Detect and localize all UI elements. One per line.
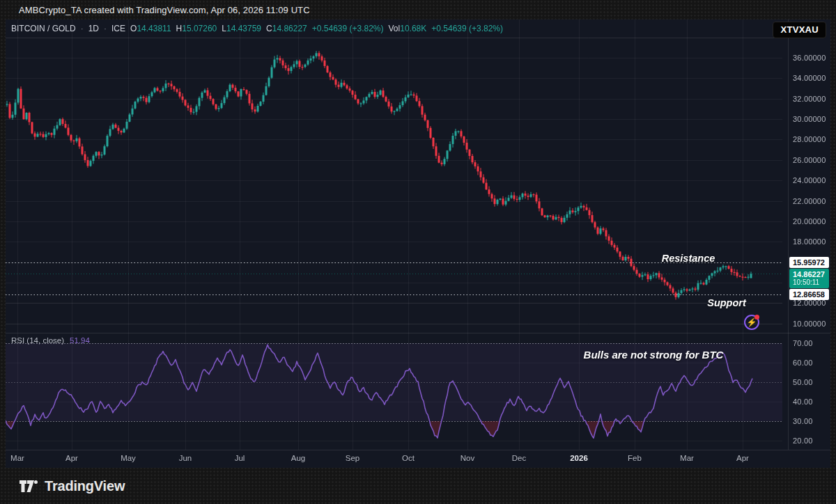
volume: Vol10.68K	[389, 24, 427, 33]
price-tick: 26.00000	[793, 156, 826, 164]
exchange-label: ICE	[111, 24, 125, 33]
price-tick: 22.00000	[793, 197, 826, 205]
tradingview-mark-icon	[20, 480, 38, 493]
tradingview-wordmark: TradingView	[45, 478, 125, 494]
bar-countdown: 10:50:11	[793, 278, 829, 287]
time-axis-label: Nov	[460, 454, 474, 462]
symbol-ticker-badge[interactable]: XTVXAU	[773, 22, 826, 38]
time-axis-label: Apr	[65, 454, 78, 462]
chart-panel: BITCOIN / GOLD · 1D · ICE O14.43811 H15.…	[6, 19, 830, 468]
rsi-value: 51.94	[70, 336, 90, 345]
time-axis-label: Mar	[10, 454, 24, 462]
rsi-tick: 50.00	[793, 378, 813, 386]
time-axis-label: Sep	[346, 454, 359, 462]
interval-label[interactable]: 1D	[88, 24, 99, 33]
tradingview-logo[interactable]: TradingView	[20, 478, 125, 494]
rsi-tick: 60.00	[793, 359, 813, 367]
rsi-title[interactable]: RSI (14, close)	[11, 336, 64, 345]
time-axis-label: Feb	[628, 454, 642, 462]
rsi-tick: 20.00	[793, 436, 813, 445]
rsi-indicator-legend: RSI (14, close) 51.94	[11, 336, 90, 345]
legend-separator: ·	[104, 24, 107, 33]
price-tick: 10.00000	[793, 320, 826, 328]
rsi-tick: 40.00	[793, 397, 813, 406]
price-tick: 34.00000	[793, 74, 826, 82]
price-tick: 20.00000	[793, 217, 826, 226]
chart-canvas[interactable]	[6, 19, 830, 468]
ohlc-low: L14.43759	[222, 24, 261, 33]
time-axis-label: May	[121, 454, 136, 462]
rsi-tick: 30.00	[793, 417, 813, 425]
price-tick: 36.00000	[793, 54, 826, 62]
time-axis-label: Mar	[680, 454, 694, 462]
symbol-legend: BITCOIN / GOLD · 1D · ICE O14.43811 H15.…	[11, 24, 503, 33]
rsi-tick: 70.00	[793, 339, 813, 347]
time-axis[interactable]: MarAprMayJunJulAugSepOctNovDec2026FebMar…	[6, 450, 830, 468]
time-axis-label: Apr	[736, 454, 749, 462]
resistance-annotation[interactable]: Resistance	[662, 253, 715, 264]
resistance-price-label: 15.95972	[789, 257, 829, 268]
current-price-value: 14.86227	[793, 270, 829, 278]
price-tick: 28.00000	[793, 135, 826, 143]
symbol-title[interactable]: BITCOIN / GOLD	[11, 24, 76, 33]
ohlc-high: H15.07260	[176, 24, 217, 33]
time-axis-label: Dec	[512, 454, 526, 462]
time-axis-label: Aug	[291, 454, 305, 462]
footer-bar: TradingView	[0, 468, 836, 504]
support-price-label: 12.86658	[789, 289, 829, 300]
legend-separator: ·	[81, 24, 84, 33]
current-price-label: 14.86227 10:50:11	[789, 269, 829, 288]
rsi-note-annotation[interactable]: Bulls are not strong for BTC	[584, 349, 724, 361]
time-axis-label: Jul	[235, 454, 245, 462]
notification-dot	[754, 315, 759, 320]
support-annotation[interactable]: Support	[707, 297, 746, 308]
ohlc-close: C14.86227	[266, 24, 307, 33]
price-tick: 18.00000	[793, 237, 826, 246]
time-axis-label: Jun	[179, 454, 192, 462]
price-scale[interactable]: 36.0000034.0000032.0000030.0000028.00000…	[788, 19, 830, 450]
price-tick: 30.00000	[793, 115, 826, 123]
flash-ideas-icon[interactable]: ⚡	[744, 315, 759, 330]
change-value-2: +0.54639 (+3.82%)	[431, 24, 503, 33]
price-tick: 12.00000	[793, 299, 826, 307]
screenshot-root: AMBCrypto_TA created with TradingView.co…	[0, 0, 836, 504]
attribution-text: AMBCrypto_TA created with TradingView.co…	[19, 5, 310, 15]
price-tick: 32.00000	[793, 95, 826, 103]
time-axis-label: Oct	[402, 454, 415, 462]
price-tick: 24.00000	[793, 176, 826, 184]
time-axis-label: 2026	[570, 454, 588, 462]
change-value: +0.54639 (+3.82%)	[312, 24, 384, 33]
ohlc-open: O14.43811	[130, 24, 171, 33]
